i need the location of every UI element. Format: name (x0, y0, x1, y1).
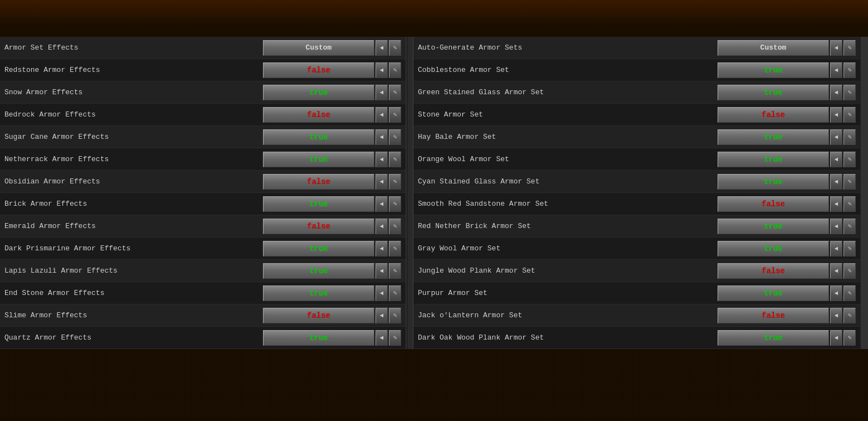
arrow-right-button[interactable]: ✎ (389, 241, 401, 257)
value-button[interactable]: false (718, 263, 829, 279)
arrow-right-button[interactable]: ✎ (843, 308, 856, 323)
arrow-left-button[interactable]: ◄ (830, 241, 842, 257)
config-row: Gray Wool Armor Settrue◄✎ (413, 238, 860, 260)
row-label: Snow Armor Effects (4, 88, 263, 96)
arrow-left-button[interactable]: ◄ (376, 196, 388, 212)
arrow-right-button[interactable]: ✎ (389, 285, 401, 301)
arrow-left-button[interactable]: ◄ (830, 308, 842, 323)
value-button[interactable]: true (263, 263, 374, 279)
arrow-right-button[interactable]: ✎ (843, 85, 856, 100)
arrow-left-button[interactable]: ◄ (830, 62, 842, 78)
arrow-right-button[interactable]: ✎ (843, 129, 856, 145)
value-button[interactable]: Custom (263, 40, 374, 56)
arrow-left-button[interactable]: ◄ (376, 40, 388, 56)
arrow-left-button[interactable]: ◄ (830, 219, 842, 234)
arrow-left-button[interactable]: ◄ (376, 174, 388, 190)
arrow-left-button[interactable]: ◄ (376, 219, 388, 234)
arrow-left-button[interactable]: ◄ (376, 241, 388, 257)
value-button[interactable]: Custom (718, 40, 829, 56)
value-button[interactable]: false (718, 196, 829, 212)
value-button[interactable]: false (718, 107, 829, 123)
value-button[interactable]: true (718, 62, 829, 78)
arrow-left-button[interactable]: ◄ (830, 196, 842, 212)
value-button[interactable]: false (718, 308, 829, 323)
arrow-right-button[interactable]: ✎ (843, 174, 856, 190)
value-button[interactable]: true (718, 152, 829, 167)
arrow-right-button[interactable]: ✎ (389, 85, 401, 100)
arrow-left-button[interactable]: ◄ (376, 129, 388, 145)
right-scrollbar[interactable] (860, 37, 868, 349)
left-panel: Armor Set EffectsCustom◄✎Redstone Armor … (0, 37, 407, 349)
arrow-right-button[interactable]: ✎ (389, 107, 401, 123)
value-button[interactable]: true (263, 129, 374, 145)
arrow-right-button[interactable]: ✎ (389, 40, 401, 56)
arrow-right-button[interactable]: ✎ (843, 263, 856, 279)
arrow-left-button[interactable]: ◄ (376, 285, 388, 301)
value-button[interactable]: false (263, 107, 374, 123)
arrow-right-button[interactable]: ✎ (843, 196, 856, 212)
arrow-left-button[interactable]: ◄ (830, 285, 842, 301)
arrow-left-button[interactable]: ◄ (830, 330, 842, 346)
arrow-right-button[interactable]: ✎ (389, 152, 401, 167)
arrow-right-button[interactable]: ✎ (843, 241, 856, 257)
arrow-right-button[interactable]: ✎ (843, 285, 856, 301)
arrow-right-button[interactable]: ✎ (389, 330, 401, 346)
arrow-left-button[interactable]: ◄ (830, 174, 842, 190)
arrow-left-button[interactable]: ◄ (830, 129, 842, 145)
value-button[interactable]: true (718, 129, 829, 145)
value-button[interactable]: false (263, 174, 374, 190)
left-scrollbar[interactable] (407, 37, 413, 349)
arrow-left-button[interactable]: ◄ (376, 107, 388, 123)
arrow-right-button[interactable]: ✎ (389, 129, 401, 145)
row-label: Orange Wool Armor Set (418, 155, 718, 163)
arrow-right-button[interactable]: ✎ (843, 152, 856, 167)
config-row: Emerald Armor Effectsfalse◄✎ (0, 215, 406, 238)
value-button[interactable]: false (263, 219, 374, 234)
value-button[interactable]: true (263, 241, 374, 257)
value-button[interactable]: true (718, 330, 829, 346)
row-label: End Stone Armor Effects (4, 289, 263, 297)
value-button[interactable]: false (263, 308, 374, 323)
value-button[interactable]: true (263, 152, 374, 167)
config-row: Redstone Armor Effectsfalse◄✎ (0, 59, 406, 81)
value-button[interactable]: false (263, 62, 374, 78)
value-button[interactable]: true (718, 85, 829, 100)
config-row: End Stone Armor Effectstrue◄✎ (0, 282, 406, 304)
arrow-left-button[interactable]: ◄ (376, 85, 388, 100)
arrow-right-button[interactable]: ✎ (389, 62, 401, 78)
row-label: Cyan Stained Glass Armor Set (418, 177, 718, 186)
value-button[interactable]: true (263, 85, 374, 100)
config-row: Jack o'Lantern Armor Setfalse◄✎ (413, 304, 860, 327)
value-button[interactable]: true (263, 196, 374, 212)
arrow-right-button[interactable]: ✎ (389, 263, 401, 279)
arrow-left-button[interactable]: ◄ (830, 40, 842, 56)
value-button[interactable]: true (263, 285, 374, 301)
config-row: Green Stained Glass Armor Settrue◄✎ (413, 81, 860, 104)
arrow-left-button[interactable]: ◄ (376, 62, 388, 78)
value-button[interactable]: true (718, 174, 829, 190)
arrow-right-button[interactable]: ✎ (843, 40, 856, 56)
arrow-right-button[interactable]: ✎ (389, 308, 401, 323)
arrow-left-button[interactable]: ◄ (830, 107, 842, 123)
row-label: Redstone Armor Effects (4, 66, 263, 74)
arrow-left-button[interactable]: ◄ (830, 85, 842, 100)
config-row: Obsidian Armor Effectsfalse◄✎ (0, 171, 406, 193)
arrow-right-button[interactable]: ✎ (843, 107, 856, 123)
arrow-right-button[interactable]: ✎ (389, 219, 401, 234)
arrow-left-button[interactable]: ◄ (376, 308, 388, 323)
arrow-left-button[interactable]: ◄ (830, 152, 842, 167)
arrow-right-button[interactable]: ✎ (389, 196, 401, 212)
arrow-right-button[interactable]: ✎ (843, 62, 856, 78)
arrow-left-button[interactable]: ◄ (830, 263, 842, 279)
arrow-right-button[interactable]: ✎ (389, 174, 401, 190)
arrow-left-button[interactable]: ◄ (376, 152, 388, 167)
arrow-right-button[interactable]: ✎ (843, 219, 856, 234)
row-label: Purpur Armor Set (418, 289, 718, 297)
value-button[interactable]: true (718, 241, 829, 257)
arrow-left-button[interactable]: ◄ (376, 330, 388, 346)
arrow-left-button[interactable]: ◄ (376, 263, 388, 279)
value-button[interactable]: true (718, 219, 829, 234)
arrow-right-button[interactable]: ✎ (843, 330, 856, 346)
value-button[interactable]: true (718, 285, 829, 301)
value-button[interactable]: true (263, 330, 374, 346)
